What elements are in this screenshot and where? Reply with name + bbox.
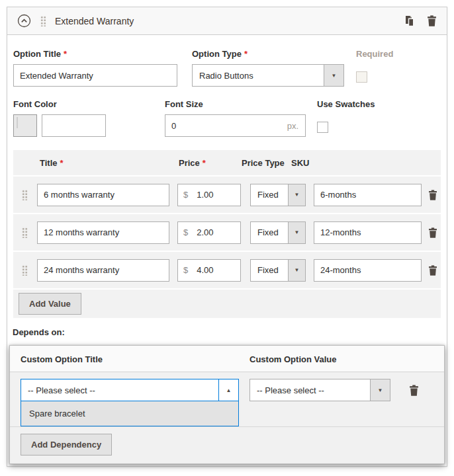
col-header-price: Price* (179, 158, 242, 168)
currency-symbol: $ (178, 190, 191, 200)
value-price-input[interactable] (191, 260, 240, 281)
font-color-input[interactable] (42, 114, 106, 137)
drag-handle-icon[interactable] (21, 227, 28, 238)
value-price-input[interactable] (191, 184, 240, 206)
delete-value-icon[interactable] (428, 265, 437, 276)
values-table-header: Title* Price* Price Type SKU (13, 150, 441, 177)
font-size-label: Font Size (165, 99, 306, 109)
drag-handle-icon[interactable] (21, 189, 28, 200)
required-asterisk: * (244, 49, 248, 59)
value-title-input[interactable] (37, 221, 169, 244)
value-price-input[interactable] (191, 222, 240, 243)
value-sku-input[interactable] (314, 221, 422, 244)
chevron-down-icon[interactable]: ▼ (288, 222, 305, 243)
add-dependency-button[interactable]: Add Dependency (21, 434, 112, 456)
custom-option-value-header: Custom Option Value (250, 354, 433, 364)
divider (10, 426, 444, 427)
currency-symbol: $ (178, 227, 191, 237)
option-body: Option Title* Option Type* Radio Buttons… (7, 35, 447, 318)
col-header-title: Title* (40, 158, 179, 168)
option-card-title: Extended Warranty (55, 16, 134, 26)
chevron-down-icon[interactable]: ▼ (288, 260, 305, 281)
delete-value-icon[interactable] (428, 227, 437, 238)
select-option-spare-bracelet[interactable]: Spare bracelet (21, 401, 238, 426)
color-swatch-button[interactable] (13, 114, 37, 137)
chevron-down-icon[interactable]: ▼ (324, 65, 343, 86)
option-title-input[interactable] (13, 64, 177, 87)
custom-option-card: Extended Warranty Option (7, 7, 447, 467)
depends-on-label: Depends on: (13, 327, 445, 337)
required-checkbox[interactable] (356, 71, 367, 83)
required-label: Required (356, 49, 393, 59)
value-row: $ Fixed▼ (13, 252, 441, 290)
required-asterisk: * (64, 49, 67, 59)
price-type-select[interactable]: Fixed▼ (250, 184, 306, 206)
depends-section: Depends on: Custom Option Title Custom O… (9, 327, 445, 464)
option-header: Extended Warranty (7, 7, 447, 35)
font-color-label: Font Color (13, 99, 106, 109)
select-dropdown-list: Spare bracelet (21, 401, 239, 426)
option-type-label: Option Type* (192, 49, 344, 59)
drag-handle-icon[interactable] (40, 15, 46, 26)
custom-option-title-header: Custom Option Title (21, 354, 250, 364)
col-header-sku: SKU (291, 158, 309, 168)
value-sku-input[interactable] (314, 184, 422, 206)
add-value-button[interactable]: Add Value (19, 293, 81, 315)
option-type-select[interactable]: Radio Buttons ▼ (192, 64, 344, 87)
currency-symbol: $ (178, 265, 191, 275)
chevron-down-icon[interactable]: ▼ (370, 379, 390, 401)
values-table: Title* Price* Price Type SKU $ Fixed▼ (13, 150, 441, 318)
delete-option-icon[interactable] (427, 15, 437, 26)
use-swatches-checkbox[interactable] (317, 122, 328, 133)
value-title-input[interactable] (37, 184, 169, 206)
font-size-input[interactable] (165, 115, 281, 136)
value-title-input[interactable] (37, 259, 169, 282)
chevron-up-icon[interactable]: ▲ (218, 379, 238, 401)
delete-dependency-icon[interactable] (409, 385, 433, 396)
custom-option-value-select[interactable]: -- Please select -- ▼ (250, 379, 390, 401)
required-asterisk: * (60, 158, 64, 168)
value-row: $ Fixed▼ (13, 214, 441, 252)
duplicate-icon[interactable] (404, 16, 416, 26)
chevron-down-icon[interactable]: ▼ (288, 184, 305, 206)
custom-option-title-select[interactable]: -- Please select -- ▲ (21, 379, 239, 401)
value-sku-input[interactable] (314, 259, 422, 282)
no-color-icon (17, 117, 18, 128)
use-swatches-label: Use Swatches (317, 99, 375, 109)
value-row: $ Fixed▼ (13, 177, 441, 214)
option-title-label: Option Title* (13, 49, 177, 59)
delete-value-icon[interactable] (428, 190, 437, 200)
dependency-panel: Custom Option Title Custom Option Value … (9, 345, 445, 464)
collapse-icon[interactable] (17, 14, 31, 28)
font-size-unit: px. (281, 121, 305, 131)
col-header-price-type: Price Type (242, 158, 291, 168)
drag-handle-icon[interactable] (21, 264, 28, 276)
price-type-select[interactable]: Fixed▼ (250, 259, 306, 282)
price-type-select[interactable]: Fixed▼ (250, 221, 306, 244)
required-asterisk: * (203, 158, 206, 168)
